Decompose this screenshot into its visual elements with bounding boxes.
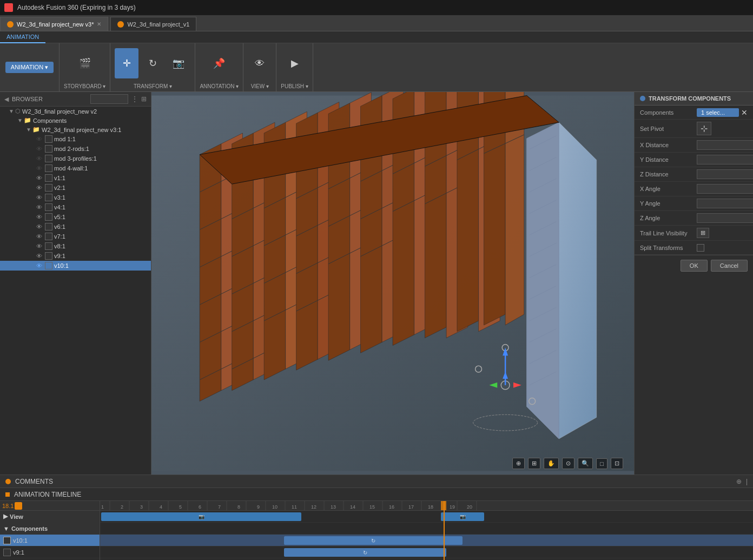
checkbox-mod4[interactable] [45, 164, 52, 172]
eye-icon-v4[interactable]: 👁 [35, 204, 43, 210]
z-distance-label: Z Distance [640, 171, 697, 177]
tree-item-v3[interactable]: 👁 v3:1 [0, 193, 151, 202]
v10-bar[interactable]: ↻ [284, 536, 463, 545]
checkbox-v8[interactable] [45, 242, 52, 250]
tree-item-v10[interactable]: 👁 v10:1 [0, 261, 151, 271]
view-bar-1[interactable]: 📷 [101, 512, 301, 521]
eye-icon-v2[interactable]: 👁 [35, 185, 43, 191]
tree-item-mod3[interactable]: 👁 mod 3-profiles:1 [0, 154, 151, 163]
checkbox-mod2[interactable] [45, 145, 52, 153]
tree-item-v4[interactable]: 👁 v4:1 [0, 202, 151, 212]
checkbox-v3[interactable] [45, 194, 52, 201]
move-btn[interactable]: ✛ [115, 48, 138, 78]
tab-main-close[interactable]: ✕ [97, 21, 101, 27]
components-select-btn[interactable]: 1 selec... [697, 108, 739, 117]
mod2-label: mod 2-rods:1 [54, 146, 89, 152]
annotation-icon: 📌 [212, 56, 227, 71]
eye-icon-v3[interactable]: 👁 [35, 194, 43, 201]
tree-item-v2[interactable]: 👁 v2:1 [0, 183, 151, 193]
transform-label: TRANSFORM ▾ [134, 81, 172, 89]
components-clear-btn[interactable]: ✕ [741, 108, 748, 117]
tab-main[interactable]: W2_3d_final project_new v3* ✕ [0, 17, 108, 31]
eye-icon-v9[interactable]: 👁 [35, 253, 43, 259]
animation-button[interactable]: ANIMATION ▾ [5, 62, 54, 73]
tree-item-root[interactable]: ▼ ⬡ W2_3d_final project_new v2 [0, 107, 151, 116]
svg-text:17: 17 [408, 504, 414, 510]
publish-btn[interactable]: ▶ [283, 48, 307, 78]
view-bar-2[interactable]: 📷 [441, 512, 484, 521]
checkbox-v7[interactable] [45, 233, 52, 240]
eye-icon-v1[interactable]: 👁 [35, 175, 43, 181]
camera-btn[interactable]: 📷 [167, 48, 190, 78]
checkbox-v2[interactable] [45, 184, 52, 192]
tree-item-components[interactable]: ▼ 📁 Components [0, 116, 151, 125]
trail-visibility-btn[interactable]: ⊞ [697, 228, 709, 238]
v5-label: v5:1 [54, 214, 65, 220]
tree-item-v5[interactable]: 👁 v5:1 [0, 212, 151, 222]
checkbox-v5[interactable] [45, 213, 52, 221]
checkbox-v10[interactable] [45, 262, 52, 269]
eye-icon-mod4[interactable]: 👁 [35, 165, 43, 172]
tree-item-mod2[interactable]: 👁 mod 2-rods:1 [0, 144, 151, 154]
orbit-btn[interactable]: ⊙ [562, 458, 574, 469]
view-btn[interactable]: 👁 [248, 48, 272, 78]
checkbox-mod1[interactable] [45, 135, 52, 143]
fit-btn[interactable]: □ [596, 458, 607, 469]
y-distance-input[interactable]: 0.00 mm [697, 155, 753, 164]
tree-item-v9[interactable]: 👁 v9:1 [0, 251, 151, 261]
ok-button[interactable]: OK [681, 260, 708, 272]
viewport[interactable]: ⊕ ⊞ ✋ ⊙ 🔍 □ ⊡ [151, 92, 634, 475]
eye-icon-v8[interactable]: 👁 [35, 243, 43, 249]
split-transforms-checkbox[interactable] [697, 244, 704, 252]
svg-text:2: 2 [121, 504, 123, 510]
v9-checkbox-tl[interactable] [3, 549, 11, 556]
current-frame-display: 18.1 [0, 501, 100, 511]
grid-btn[interactable]: ⊞ [528, 458, 540, 469]
y-angle-input[interactable]: 0.0 deg [697, 199, 753, 208]
checkbox-mod3[interactable] [45, 155, 52, 162]
tree-item-project[interactable]: ▼ 📁 W2_3d_final project_new v3:1 [0, 125, 151, 134]
z-angle-input[interactable]: 90 deg [697, 213, 753, 223]
svg-text:5: 5 [179, 504, 182, 510]
options-icon[interactable]: ⋮ [131, 95, 138, 103]
checkbox-v1[interactable] [45, 174, 52, 182]
tree-item-mod4[interactable]: 👁 mod 4-wall:1 [0, 163, 151, 173]
rotate-btn[interactable]: ↻ [141, 48, 164, 78]
home-view-btn[interactable]: ⊕ [512, 458, 525, 469]
annotation-btn[interactable]: 📌 [207, 48, 231, 78]
tree-item-v8[interactable]: 👁 v8:1 [0, 241, 151, 251]
display-btn[interactable]: ⊡ [611, 458, 623, 469]
x-angle-input[interactable]: 0.0 deg [697, 184, 753, 194]
eye-icon-mod1[interactable]: 👁 [35, 136, 43, 142]
storyboard-btn[interactable]: 🎬 [73, 48, 97, 78]
z-distance-input[interactable]: 0.00 mm [697, 169, 753, 179]
eye-icon-mod3[interactable]: 👁 [35, 155, 43, 162]
distance-input[interactable]: 0.00 mm [90, 94, 128, 104]
set-pivot-btn[interactable]: ⊹ [697, 122, 711, 135]
timeline-content[interactable]: 1 2 3 4 5 6 7 8 9 10 11 12 13 14 [100, 501, 753, 560]
eye-icon-v5[interactable]: 👁 [35, 214, 43, 220]
tab-secondary[interactable]: W2_3d_final project_v1 [110, 17, 196, 31]
tree-item-v7[interactable]: 👁 v7:1 [0, 232, 151, 241]
checkbox-v6[interactable] [45, 223, 52, 230]
eye-icon-v6[interactable]: 👁 [35, 223, 43, 230]
comment-icon[interactable]: ⊕ [736, 478, 742, 485]
v10-checkbox-tl[interactable] [3, 537, 11, 544]
eye-icon-v7[interactable]: 👁 [35, 233, 43, 240]
tree-item-v1[interactable]: 👁 v1:1 [0, 173, 151, 183]
eye-icon-mod2[interactable]: 👁 [35, 146, 43, 152]
checkbox-v4[interactable] [45, 203, 52, 211]
tree-item-v6[interactable]: 👁 v6:1 [0, 222, 151, 232]
ribbon-tab-animation[interactable]: ANIMATION [0, 31, 45, 43]
eye-icon-v10[interactable]: 👁 [35, 262, 43, 269]
cancel-button[interactable]: Cancel [711, 260, 748, 272]
expand-icon[interactable]: ⊞ [141, 95, 147, 103]
svg-text:6: 6 [199, 504, 201, 510]
zoom-btn[interactable]: 🔍 [578, 458, 593, 469]
pan-btn[interactable]: ✋ [544, 458, 559, 469]
v9-bar[interactable]: ↻ [284, 548, 446, 557]
comment-collapse[interactable]: | [746, 478, 748, 485]
checkbox-v9[interactable] [45, 252, 52, 260]
tree-item-mod1[interactable]: 👁 mod 1:1 [0, 134, 151, 144]
x-distance-input[interactable]: 0.00 mm [697, 140, 753, 150]
